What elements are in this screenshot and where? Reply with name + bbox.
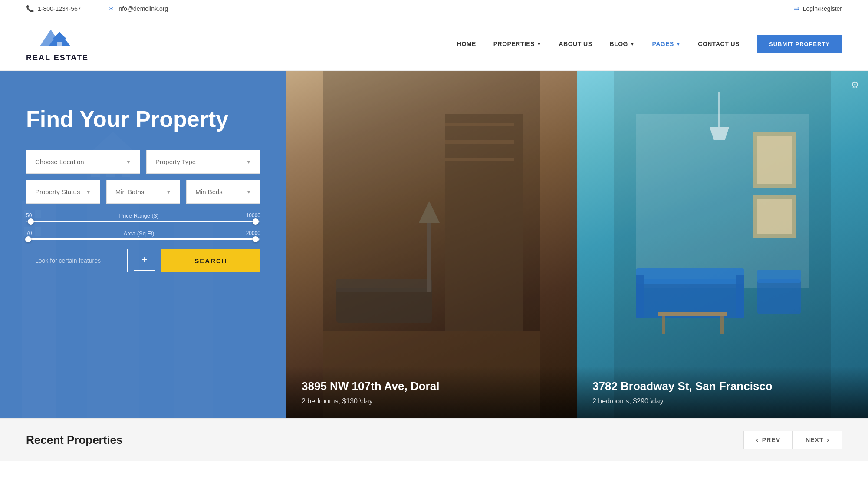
search-button[interactable]: SEARCH (161, 249, 260, 272)
area-thumb-max[interactable] (253, 236, 259, 242)
nav-buttons: ‹ PREV NEXT › (743, 431, 842, 449)
hero-properties: 3895 NW 107th Ave, Doral 2 bedrooms, $13… (286, 71, 868, 418)
area-range-track[interactable] (26, 238, 260, 240)
nav-contact[interactable]: CONTACT US (698, 40, 740, 47)
status-caret: ▼ (86, 189, 91, 195)
divider: | (94, 5, 96, 12)
recent-properties-bar: Recent Properties ‹ PREV NEXT › (0, 418, 868, 461)
svg-rect-27 (427, 223, 431, 292)
property-overlay-1: 3895 NW 107th Ave, Doral 2 bedrooms, $13… (286, 366, 577, 418)
price-range-section: 50 Price Range ($) 10000 (26, 212, 260, 222)
email-item: ✉ info@demolink.org (108, 5, 168, 12)
status-select[interactable]: Property Status ▼ (26, 180, 100, 204)
area-range-section: 70 Area (Sq Ft) 20000 (26, 230, 260, 240)
svg-rect-24 (445, 158, 514, 161)
location-caret: ▼ (126, 159, 131, 165)
property-subtitle-1: 2 bedrooms, $130 \day (302, 397, 562, 405)
svg-rect-22 (445, 123, 514, 126)
svg-rect-34 (757, 199, 792, 234)
prev-button[interactable]: ‹ PREV (743, 431, 793, 449)
login-icon: ⇒ (794, 4, 799, 13)
properties-caret: ▼ (537, 42, 541, 46)
svg-rect-39 (757, 279, 801, 314)
svg-rect-23 (445, 140, 514, 144)
nav-pages[interactable]: PAGES ▼ (652, 40, 681, 47)
price-thumb-max[interactable] (253, 218, 259, 225)
nav-blog[interactable]: BLOG ▼ (610, 40, 635, 47)
top-bar: 📞 1-800-1234-567 | ✉ info@demolink.org ⇒… (0, 0, 868, 17)
logo-svg (36, 25, 79, 51)
location-select[interactable]: Choose Location ▼ (26, 150, 140, 174)
top-bar-left: 📞 1-800-1234-567 | ✉ info@demolink.org (26, 5, 168, 13)
svg-rect-40 (757, 270, 801, 283)
form-row-2: Property Status ▼ Min Baths ▼ Min Beds ▼ (26, 180, 260, 204)
gear-icon: ⚙ (851, 79, 859, 91)
hero-section: Find Your Property Choose Location ▼ Pro… (0, 71, 868, 418)
svg-rect-36 (636, 268, 744, 284)
form-row-1: Choose Location ▼ Property Type ▼ (26, 150, 260, 174)
login-label: Login/Register (803, 5, 842, 12)
beds-caret: ▼ (246, 189, 251, 195)
property-subtitle-2: 2 bedrooms, $290 \day (592, 397, 853, 405)
features-row: Look for certain features + SEARCH (26, 249, 260, 272)
svg-rect-44 (718, 92, 720, 127)
property-card-2[interactable]: ⚙ 3782 Broadway St, San Francisco 2 bedr… (577, 71, 868, 418)
svg-rect-37 (636, 275, 644, 318)
blog-caret: ▼ (630, 42, 635, 46)
area-thumb-min[interactable] (25, 236, 31, 242)
property-overlay-2: 3782 Broadway St, San Francisco 2 bedroo… (577, 366, 868, 418)
phone-number: 1-800-1234-567 (38, 5, 81, 12)
svg-rect-41 (658, 312, 727, 316)
pages-caret: ▼ (676, 42, 681, 46)
email-icon: ✉ (108, 5, 114, 12)
area-range-label: Area (Sq Ft) (124, 230, 155, 237)
phone-icon: 📞 (26, 5, 34, 13)
property-title-2: 3782 Broadway St, San Francisco (592, 379, 853, 394)
nav-about[interactable]: ABOUT US (559, 40, 592, 47)
svg-rect-38 (736, 275, 744, 318)
email-address: info@demolink.org (117, 5, 168, 12)
price-thumb-min[interactable] (28, 218, 34, 225)
phone-item: 📞 1-800-1234-567 (26, 5, 81, 13)
beds-select[interactable]: Min Beds ▼ (186, 180, 260, 204)
features-input[interactable]: Look for certain features (26, 249, 128, 272)
svg-rect-25 (336, 288, 432, 323)
svg-rect-32 (757, 136, 792, 184)
features-add-button[interactable]: + (134, 249, 155, 271)
baths-caret: ▼ (166, 189, 171, 195)
price-range-values: 50 Price Range ($) 10000 (26, 212, 260, 219)
svg-rect-26 (336, 279, 432, 292)
baths-select[interactable]: Min Baths ▼ (106, 180, 181, 204)
svg-rect-21 (445, 114, 523, 331)
next-button[interactable]: NEXT › (793, 431, 842, 449)
hero-title: Find Your Property (26, 106, 260, 132)
svg-rect-43 (720, 316, 724, 334)
submit-property-button[interactable]: SUBMIT PROPERTY (757, 35, 842, 53)
area-range-values: 70 Area (Sq Ft) 20000 (26, 230, 260, 237)
search-form: Choose Location ▼ Property Type ▼ Proper… (26, 150, 260, 272)
nav-home[interactable]: HOME (457, 40, 476, 47)
plus-icon: + (142, 255, 148, 264)
recent-title: Recent Properties (26, 433, 123, 447)
nav-properties[interactable]: PROPERTIES ▼ (493, 40, 542, 47)
logo-text: REAL ESTATE (26, 53, 89, 63)
svg-rect-4 (57, 42, 62, 46)
prev-arrow-icon: ‹ (756, 436, 759, 443)
nav-links: HOME PROPERTIES ▼ ABOUT US BLOG ▼ PAGES … (457, 35, 842, 53)
navbar: REAL ESTATE HOME PROPERTIES ▼ ABOUT US B… (0, 17, 868, 71)
hero-search-panel: Find Your Property Choose Location ▼ Pro… (0, 71, 286, 418)
property-type-select[interactable]: Property Type ▼ (146, 150, 260, 174)
next-arrow-icon: › (827, 436, 829, 443)
type-caret: ▼ (246, 159, 251, 165)
property-card-1[interactable]: 3895 NW 107th Ave, Doral 2 bedrooms, $13… (286, 71, 577, 418)
property-title-1: 3895 NW 107th Ave, Doral (302, 379, 562, 394)
price-range-track[interactable] (26, 221, 260, 222)
login-area[interactable]: ⇒ Login/Register (794, 4, 842, 13)
price-range-label: Price Range ($) (119, 212, 158, 219)
svg-rect-42 (662, 316, 665, 334)
logo[interactable]: REAL ESTATE (26, 25, 89, 63)
